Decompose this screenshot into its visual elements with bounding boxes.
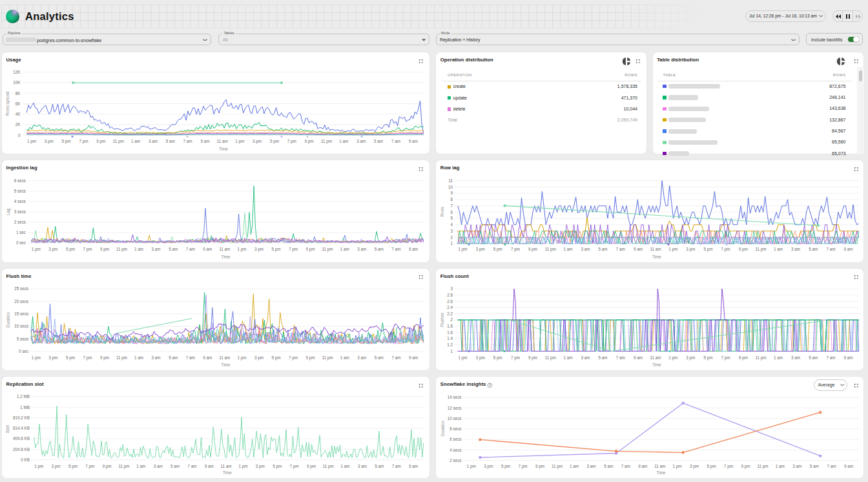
svg-text:5 am: 5 am	[809, 247, 818, 251]
svg-text:3 am: 3 am	[357, 247, 366, 251]
svg-text:11 pm: 11 pm	[322, 247, 333, 252]
svg-text:3 pm: 3 pm	[686, 355, 695, 361]
svg-text:5 am: 5 am	[374, 139, 383, 143]
svg-text:5 pm: 5 pm	[270, 139, 279, 144]
svg-text:5 am: 5 am	[599, 247, 608, 251]
svg-text:5 pm: 5 pm	[501, 464, 510, 469]
svg-text:1: 1	[450, 349, 453, 353]
svg-text:5 pm: 5 pm	[493, 247, 502, 252]
svg-text:7 pm: 7 pm	[289, 355, 298, 361]
svg-text:7 pm: 7 pm	[79, 139, 88, 144]
svg-text:1 sec: 1 sec	[16, 230, 26, 235]
svg-text:9 pm: 9 pm	[306, 247, 315, 252]
svg-text:10: 10	[448, 185, 453, 189]
svg-text:5 secs: 5 secs	[14, 189, 26, 193]
svg-text:7 pm: 7 pm	[518, 464, 527, 469]
svg-text:409.6 KB: 409.6 KB	[13, 436, 30, 441]
svg-text:11 pm: 11 pm	[116, 355, 127, 361]
svg-text:20 secs: 20 secs	[14, 299, 28, 304]
svg-text:Size: Size	[5, 424, 10, 433]
svg-text:5 am: 5 am	[169, 247, 178, 251]
svg-text:7 pm: 7 pm	[724, 464, 733, 469]
svg-text:1 am: 1 am	[341, 464, 350, 468]
svg-text:614.4 KB: 614.4 KB	[13, 426, 30, 430]
svg-text:2: 2	[450, 317, 453, 322]
svg-text:204.8 KB: 204.8 KB	[13, 447, 30, 452]
svg-text:7 am: 7 am	[186, 247, 195, 251]
svg-text:9 am: 9 am	[634, 355, 643, 360]
svg-text:6: 6	[450, 210, 453, 215]
svg-text:9 am: 9 am	[205, 464, 214, 468]
svg-text:819.2 KB: 819.2 KB	[13, 415, 30, 420]
svg-text:1 pm: 1 pm	[668, 247, 677, 252]
svg-text:1 pm: 1 pm	[237, 355, 246, 361]
svg-text:3 am: 3 am	[358, 464, 367, 468]
svg-text:12 secs: 12 secs	[448, 406, 462, 410]
svg-text:9 pm: 9 pm	[96, 139, 105, 144]
svg-text:7 am: 7 am	[826, 247, 835, 251]
svg-text:3 am: 3 am	[587, 464, 596, 468]
svg-text:11 am: 11 am	[217, 139, 228, 143]
svg-text:9 pm: 9 pm	[306, 355, 315, 361]
svg-text:3 am: 3 am	[357, 355, 366, 360]
svg-text:11 pm: 11 pm	[758, 464, 769, 469]
svg-text:5 pm: 5 pm	[272, 247, 281, 252]
svg-text:6 secs: 6 secs	[450, 437, 461, 441]
svg-text:9 am: 9 am	[203, 247, 212, 251]
svg-text:8 secs: 8 secs	[450, 426, 461, 431]
svg-text:5 am: 5 am	[809, 355, 818, 360]
svg-text:9 am: 9 am	[409, 247, 418, 251]
svg-text:7 am: 7 am	[827, 464, 836, 468]
svg-text:5 pm: 5 pm	[273, 464, 282, 469]
svg-text:9 pm: 9 pm	[535, 464, 544, 469]
svg-text:10 secs: 10 secs	[448, 416, 462, 421]
svg-text:14 secs: 14 secs	[448, 395, 462, 399]
svg-text:Time: Time	[657, 470, 666, 475]
svg-text:1 am: 1 am	[774, 247, 783, 251]
svg-text:9 pm: 9 pm	[528, 355, 537, 361]
svg-text:3 secs: 3 secs	[14, 209, 26, 214]
svg-text:7 am: 7 am	[621, 464, 630, 468]
svg-text:9 am: 9 am	[634, 247, 643, 251]
svg-text:1.6: 1.6	[447, 330, 453, 335]
svg-text:1 am: 1 am	[136, 464, 145, 468]
svg-text:2 secs: 2 secs	[450, 458, 461, 463]
svg-text:5 am: 5 am	[375, 464, 384, 468]
svg-text:1 pm: 1 pm	[237, 247, 246, 252]
svg-text:7 am: 7 am	[391, 139, 400, 143]
svg-text:0 sec: 0 sec	[16, 240, 26, 245]
svg-text:9 pm: 9 pm	[739, 355, 748, 361]
svg-text:3 am: 3 am	[791, 247, 800, 251]
svg-text:9 pm: 9 pm	[739, 247, 748, 252]
svg-text:3 pm: 3 pm	[484, 464, 493, 469]
svg-text:5 am: 5 am	[166, 139, 175, 143]
svg-text:5 pm: 5 pm	[62, 139, 71, 144]
svg-text:10 secs: 10 secs	[14, 324, 28, 328]
svg-text:8: 8	[450, 197, 453, 202]
svg-text:1.2: 1.2	[447, 342, 453, 347]
svg-text:11 pm: 11 pm	[116, 247, 127, 252]
svg-text:1 pm: 1 pm	[235, 139, 244, 144]
svg-text:1 pm: 1 pm	[32, 355, 41, 361]
svg-text:Duration: Duration	[6, 312, 10, 328]
svg-text:7 am: 7 am	[826, 355, 835, 360]
svg-text:11 am: 11 am	[219, 247, 230, 251]
svg-text:3 am: 3 am	[154, 464, 163, 468]
svg-text:1 am: 1 am	[134, 247, 143, 251]
svg-text:3 pm: 3 pm	[253, 139, 262, 144]
svg-text:5 pm: 5 pm	[704, 355, 713, 361]
svg-text:7 pm: 7 pm	[287, 139, 296, 144]
svg-text:1 am: 1 am	[563, 247, 572, 251]
svg-text:9 pm: 9 pm	[741, 464, 750, 469]
svg-text:1.4: 1.4	[447, 336, 453, 341]
svg-text:3: 3	[450, 229, 453, 233]
svg-text:9 pm: 9 pm	[528, 247, 537, 252]
svg-text:1: 1	[450, 241, 453, 246]
svg-text:4 secs: 4 secs	[450, 448, 461, 452]
svg-text:Time: Time	[222, 362, 231, 367]
svg-text:7 pm: 7 pm	[85, 464, 94, 469]
svg-text:9 am: 9 am	[409, 139, 418, 143]
svg-text:6 secs: 6 secs	[14, 178, 26, 183]
svg-text:5 secs: 5 secs	[17, 337, 28, 341]
svg-text:2K: 2K	[16, 122, 21, 127]
